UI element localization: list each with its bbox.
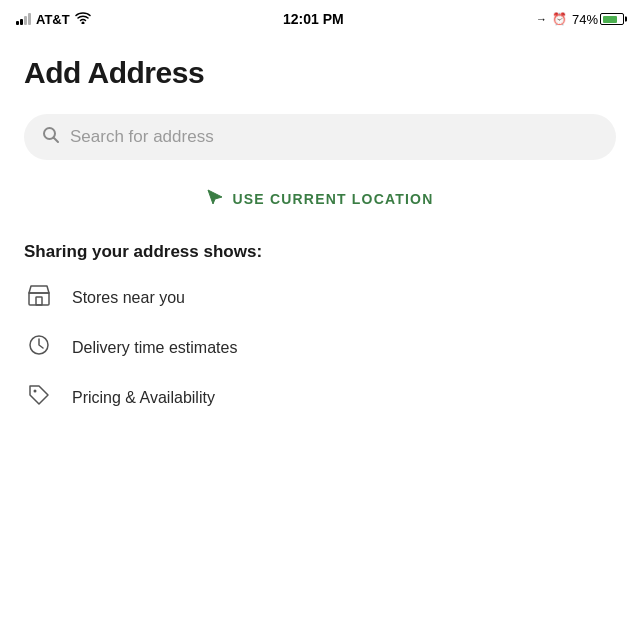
store-icon <box>24 282 54 314</box>
stores-label: Stores near you <box>72 289 185 307</box>
use-current-location-button[interactable]: USE CURRENT LOCATION <box>24 188 616 210</box>
alarm-icon: ⏰ <box>552 12 567 26</box>
location-arrow-icon <box>206 188 224 210</box>
svg-point-6 <box>34 390 37 393</box>
sharing-section: Sharing your address shows: Stores near … <box>24 242 616 414</box>
list-item: Stores near you <box>24 282 616 314</box>
list-item: Delivery time estimates <box>24 332 616 364</box>
svg-line-2 <box>54 138 59 143</box>
status-right: → ⏰ 74% <box>536 12 624 27</box>
main-content: Add Address Search for address USE CURRE… <box>0 36 640 434</box>
wifi-icon <box>75 11 91 27</box>
page-title: Add Address <box>24 56 616 90</box>
status-left: AT&T <box>16 11 91 27</box>
pricing-label: Pricing & Availability <box>72 389 215 407</box>
clock-icon <box>24 332 54 364</box>
battery-icon <box>600 13 624 25</box>
battery-percent: 74% <box>572 12 598 27</box>
carrier-label: AT&T <box>36 12 70 27</box>
feature-list: Stores near you Delivery time estimates <box>24 282 616 414</box>
battery-indicator: 74% <box>572 12 624 27</box>
svg-point-0 <box>82 22 84 24</box>
svg-rect-4 <box>36 297 42 305</box>
tag-icon <box>24 382 54 414</box>
search-bar[interactable]: Search for address <box>24 114 616 160</box>
delivery-label: Delivery time estimates <box>72 339 237 357</box>
signal-icon <box>16 13 31 25</box>
location-button-label: USE CURRENT LOCATION <box>232 191 433 207</box>
list-item: Pricing & Availability <box>24 382 616 414</box>
svg-rect-3 <box>29 293 49 305</box>
search-placeholder: Search for address <box>70 127 214 147</box>
status-bar: AT&T 12:01 PM → ⏰ 74% <box>0 0 640 36</box>
sharing-title: Sharing your address shows: <box>24 242 616 262</box>
status-time: 12:01 PM <box>283 11 344 27</box>
nav-arrow-icon: → <box>536 13 547 25</box>
search-icon <box>42 126 60 148</box>
